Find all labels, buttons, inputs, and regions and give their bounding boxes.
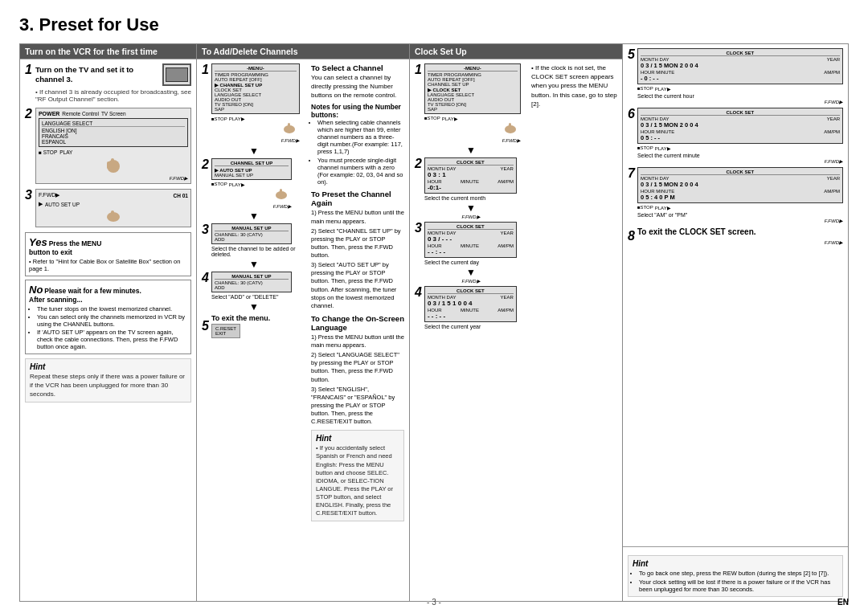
step5-select: Select the current hour xyxy=(637,93,843,99)
step7-ffwd: F.FWD▶ xyxy=(637,218,843,223)
step7-select: Select "AM" or "PM" xyxy=(637,212,843,218)
col4-hint-title: Hint xyxy=(633,559,838,568)
ffwd-between2: F.FWD▶ xyxy=(415,278,527,284)
step1-text: Turn on the TV and set it to channel 3. xyxy=(35,65,158,85)
yes-press: Press the MENU xyxy=(49,239,102,247)
step1-num: 1 xyxy=(25,63,32,76)
col4-hint-bullet-2: Your clock setting will be lost if there… xyxy=(639,578,838,593)
ffwd-2: F.FWD▶ xyxy=(211,203,292,209)
col4-bottom: Hint To go back one step, press the REW … xyxy=(623,547,848,601)
power-label: POWER xyxy=(39,111,59,116)
svg-rect-11 xyxy=(509,123,511,131)
step6-btns: ■STOPPLAY▶ xyxy=(637,145,843,151)
select-channel-title: To Select a Channel xyxy=(311,63,404,72)
english-item: ENGLISH [ON] xyxy=(42,128,185,133)
col3-step1-num: 1 xyxy=(415,63,422,143)
col3-step4-label: Select the current year xyxy=(424,324,517,329)
step3-note: Select the channel to be added or delete… xyxy=(211,246,306,257)
col2-manual-screen: MANUAL SET UP CHANNEL: 30 (CATV) ADD xyxy=(211,223,292,244)
col3-step3-label: Select the current day xyxy=(424,260,517,265)
col4-top: 5 CLOCK SET MONTH DAYYEAR 0 3 / 1 5 MON … xyxy=(623,44,848,547)
remote-label: Remote Control xyxy=(62,111,99,116)
col3-step4-num: 4 xyxy=(415,286,422,329)
hand-icon-3 xyxy=(39,209,188,224)
svg-rect-2 xyxy=(107,161,110,169)
change-lang-title: To Change the On-Screen Language xyxy=(311,314,404,332)
col3-arrow-3: ▼ xyxy=(415,268,527,277)
hand-icon xyxy=(39,157,188,175)
no-bullet-1: The tuner stops on the lowest memorized … xyxy=(37,305,187,313)
col3-menu-screen: -MENU- TIMER PROGRAMMING AUTO REPEAT [OF… xyxy=(424,63,521,114)
yes-hint1: • Refer to "Hint for Cable Box or Satell… xyxy=(29,258,187,272)
col1-hint-text: Repeat these steps only if there was a p… xyxy=(30,373,186,398)
yes-label: Yes xyxy=(29,236,47,248)
step5-num: 5 xyxy=(628,48,635,104)
notes-list: When selecting cable channels which are … xyxy=(317,119,404,186)
col2-diagrams: 1 -MENU- TIMER PROGRAMMING AUTO REPEAT [… xyxy=(202,63,306,597)
col3-header: Clock Set Up xyxy=(410,44,622,59)
preset-title: To Preset the Channel Again xyxy=(311,190,404,207)
svg-rect-5 xyxy=(111,210,114,219)
play-label: PLAY xyxy=(59,149,72,155)
arrow-down-1: ▼ xyxy=(202,146,306,156)
no-bullets: The tuner stops on the lowest memorized … xyxy=(37,305,187,350)
hand-2 xyxy=(211,187,292,203)
hand-1 xyxy=(211,121,300,137)
col2-step5-num: 5 xyxy=(202,320,209,333)
page-number: - 3 - xyxy=(427,598,441,607)
lang-step-1: 1) Press the MENU button until the main … xyxy=(311,333,404,349)
ffwd-label2: F.FWD▶ xyxy=(39,175,188,181)
col4-clock-7: CLOCK SET MONTH DAYYEAR 0 3 / 1 5 MON 2 … xyxy=(637,167,843,203)
no-box: No Please wait for a few minutes. After … xyxy=(25,280,191,354)
col3-hand-1 xyxy=(424,121,521,137)
col2-hint-title: Hint xyxy=(316,434,399,443)
col3-step2-label: Select the current month xyxy=(424,195,517,201)
col3-note: • If the clock is not set, the CLOCK SET… xyxy=(531,63,617,597)
stop-label: ■ STOP xyxy=(39,149,57,155)
col2-step4-num: 4 xyxy=(202,272,209,300)
step6-ffwd: F.FWD▶ xyxy=(637,158,843,164)
col2-step3-num: 3 xyxy=(202,223,209,257)
col2-manual-screen2: MANUAL SET UP CHANNEL: 30 (CATV) ADD xyxy=(211,272,292,292)
ffwd-between: F.FWD▶ xyxy=(415,214,527,219)
note-bullet-1: When selecting cable channels which are … xyxy=(317,119,404,155)
col2-step1-num: 1 xyxy=(202,63,209,143)
page-title: 3. Preset for Use xyxy=(19,14,849,35)
col4-clock-5: CLOCK SET MONTH DAYYEAR 0 3 / 1 5 MON 2 … xyxy=(637,48,843,84)
preset-step-3: 3) Select "AUTO SET UP" by pressing the … xyxy=(311,261,404,310)
ffwd-1: F.FWD▶ xyxy=(211,137,300,143)
col3-step1-intro: • If the clock is not set, the CLOCK SET… xyxy=(531,63,617,108)
step3-diagram: F.FWD▶ CH 01 ▶ AUTO SET UP xyxy=(35,189,191,227)
step1-note: • If channel 3 is already occupied for b… xyxy=(35,88,191,103)
select-channel-text: You can select a channel by directly pre… xyxy=(311,74,404,100)
tv-diagram xyxy=(162,63,191,86)
col1-header: Turn on the VCR for the first time xyxy=(20,44,196,59)
ffwd-label3: F.FWD▶ xyxy=(39,192,59,198)
svg-rect-7 xyxy=(288,123,290,131)
col4-clock-6: CLOCK SET MONTH DAYYEAR 0 3 / 1 5 MON 2 … xyxy=(637,108,843,144)
col2-menu-title: -MENU- xyxy=(215,66,297,72)
step6-num: 6 xyxy=(628,108,635,164)
lang-step-3: 3) Select "ENGLISH", "FRANCAIS" or "ESPA… xyxy=(311,386,404,427)
col2-step2-num: 2 xyxy=(202,158,209,209)
francais-item: FRANCAIS xyxy=(42,133,185,139)
please-wait: Please wait for a few minutes. xyxy=(44,287,141,295)
preset-step-1: 1) Press the MENU button until the main … xyxy=(311,209,404,225)
step6-select: Select the current minute xyxy=(637,153,843,158)
step3-num: 3 xyxy=(25,189,32,202)
col3-arrow-1: ▼ xyxy=(415,145,527,155)
tv-screen-label: TV Screen xyxy=(101,111,126,116)
vcr-btns-2: ■STOPPLAY▶ xyxy=(211,182,292,187)
vcr-btns-1: ■STOPPLAY▶ xyxy=(211,116,300,121)
yes-button-exit: button to exit xyxy=(29,248,187,256)
svg-rect-3 xyxy=(115,161,118,169)
col4-hint-list: To go back one step, press the REW butto… xyxy=(639,570,838,593)
preset-step-2: 2) Select "CHANNEL SET UP" by pressing t… xyxy=(311,227,404,260)
svg-rect-1 xyxy=(111,158,114,168)
auto-set-up: AUTO SET UP xyxy=(45,202,80,207)
arrow-down-2: ▼ xyxy=(202,211,306,221)
no-bullet-3: If 'AUTO SET UP' appears on the TV scree… xyxy=(37,329,187,350)
col3-step2-num: 2 xyxy=(415,157,422,201)
col2-channel-screen: CHANNEL SET UP ▶ AUTO SET UP MANUAL SET … xyxy=(211,158,292,180)
col2-header: To Add/Delete Channels xyxy=(197,44,409,59)
